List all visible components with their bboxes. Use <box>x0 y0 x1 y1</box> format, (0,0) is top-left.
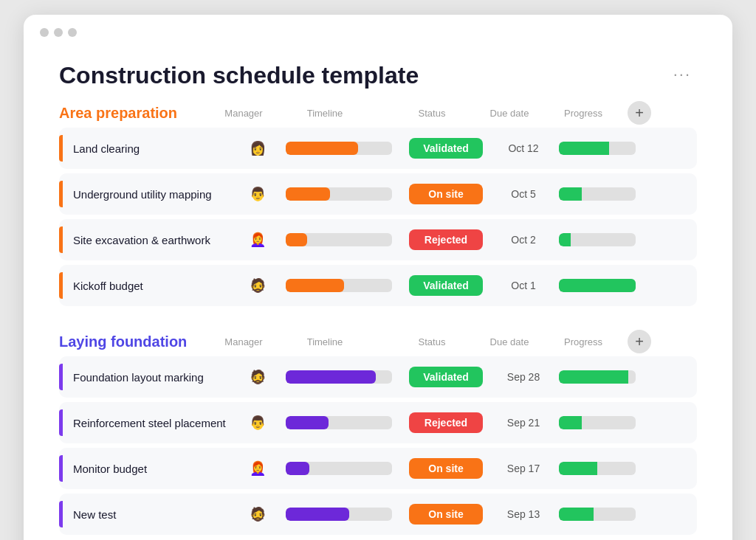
avatar: 👩 <box>245 136 270 161</box>
status-badge: Validated <box>409 367 483 387</box>
page-title: Construction schedule template <box>59 62 419 89</box>
section-header-laying-foundation: Laying foundationManagerTimelineStatusDu… <box>59 330 697 353</box>
task-manager: 👩‍🦰 <box>236 456 280 481</box>
task-manager: 🧔 <box>236 364 280 390</box>
avatar: 👨 <box>245 181 270 207</box>
col-header-status: Status <box>384 336 480 347</box>
add-task-button-area-preparation[interactable]: + <box>628 101 651 125</box>
task-name: New test <box>73 508 236 521</box>
window-dot-3 <box>68 28 77 37</box>
task-row: Foundation layout marking🧔ValidatedSep 2… <box>59 356 697 398</box>
section-area-preparation: Area preparationManagerTimelineStatusDue… <box>24 101 732 306</box>
app-window: Construction schedule template ··· Area … <box>24 15 732 540</box>
task-progress <box>553 370 642 384</box>
task-due-date: Oct 5 <box>494 188 553 200</box>
task-status-cell: Validated <box>398 275 494 296</box>
task-row: New test🧔On siteSep 13 <box>59 494 697 535</box>
task-timeline <box>280 279 398 292</box>
avatar: 👨 <box>245 410 270 435</box>
task-border-indicator <box>59 455 63 482</box>
col-header-duedate: Due date <box>480 336 539 347</box>
status-badge: On site <box>409 504 483 525</box>
more-options-button[interactable]: ··· <box>667 62 697 87</box>
task-progress <box>553 508 642 521</box>
col-header-manager: Manager <box>221 108 266 119</box>
task-timeline <box>280 142 398 155</box>
task-manager: 🧔 <box>236 502 280 527</box>
task-name: Land clearing <box>73 142 236 155</box>
task-manager: 👨 <box>236 181 280 207</box>
task-timeline <box>280 187 398 201</box>
avatar: 👩‍🦰 <box>245 227 270 252</box>
task-timeline <box>280 233 398 246</box>
avatar: 👩‍🦰 <box>245 456 270 481</box>
status-badge: Rejected <box>409 229 483 250</box>
window-dot-1 <box>40 28 49 37</box>
task-timeline <box>280 462 398 475</box>
task-timeline <box>280 508 398 521</box>
task-border-indicator <box>59 181 63 207</box>
task-row: Kickoff budget🧔ValidatedOct 1 <box>59 265 697 306</box>
task-due-date: Oct 2 <box>494 234 553 246</box>
task-status-cell: On site <box>398 458 494 479</box>
col-header-status: Status <box>384 108 480 119</box>
task-timeline <box>280 370 398 384</box>
task-progress <box>553 279 642 292</box>
section-laying-foundation: Laying foundationManagerTimelineStatusDu… <box>24 330 732 535</box>
section-header-area-preparation: Area preparationManagerTimelineStatusDue… <box>59 101 697 125</box>
task-row: Land clearing👩ValidatedOct 12 <box>59 128 697 169</box>
task-border-indicator <box>59 226 63 253</box>
task-name: Reinforcement steel placement <box>73 417 236 429</box>
task-due-date: Oct 1 <box>494 280 553 291</box>
col-header-progress: Progress <box>539 336 628 347</box>
task-progress <box>553 187 642 201</box>
task-due-date: Oct 12 <box>494 142 553 154</box>
task-row: Underground utility mapping👨On siteOct 5 <box>59 173 697 215</box>
status-badge: On site <box>409 184 483 204</box>
task-border-indicator <box>59 501 63 527</box>
section-title-area-preparation: Area preparation <box>59 105 221 122</box>
task-row: Site excavation & earthwork👩‍🦰RejectedOc… <box>59 219 697 260</box>
status-badge: Validated <box>409 275 483 296</box>
task-name: Foundation layout marking <box>73 371 236 384</box>
add-task-button-laying-foundation[interactable]: + <box>628 330 651 353</box>
window-dot-2 <box>54 28 63 37</box>
task-due-date: Sep 17 <box>494 463 553 474</box>
task-border-indicator <box>59 272 63 299</box>
window-bar <box>24 15 732 37</box>
avatar: 🧔 <box>245 502 270 527</box>
task-border-indicator <box>59 364 63 390</box>
task-status-cell: Rejected <box>398 412 494 433</box>
task-status-cell: Validated <box>398 138 494 159</box>
task-due-date: Sep 28 <box>494 371 553 383</box>
task-progress <box>553 462 642 475</box>
task-manager: 👩‍🦰 <box>236 227 280 252</box>
column-headers: ManagerTimelineStatusDue dateProgress+ <box>221 330 697 353</box>
status-badge: On site <box>409 458 483 479</box>
col-header-manager: Manager <box>221 336 266 347</box>
task-due-date: Sep 13 <box>494 508 553 520</box>
task-due-date: Sep 21 <box>494 417 553 429</box>
col-header-timeline: Timeline <box>266 336 384 347</box>
task-status-cell: Rejected <box>398 229 494 250</box>
task-manager: 👩 <box>236 136 280 161</box>
col-header-duedate: Due date <box>480 108 539 119</box>
column-headers: ManagerTimelineStatusDue dateProgress+ <box>221 101 697 125</box>
task-name: Site excavation & earthwork <box>73 234 236 246</box>
task-manager: 👨 <box>236 410 280 435</box>
task-status-cell: On site <box>398 184 494 204</box>
task-border-indicator <box>59 135 63 162</box>
status-badge: Validated <box>409 138 483 159</box>
col-header-progress: Progress <box>539 108 628 119</box>
task-name: Kickoff budget <box>73 280 236 292</box>
status-badge: Rejected <box>409 412 483 433</box>
avatar: 🧔 <box>245 273 270 298</box>
task-name: Underground utility mapping <box>73 188 236 201</box>
col-header-timeline: Timeline <box>266 108 384 119</box>
task-progress <box>553 233 642 246</box>
task-progress <box>553 142 642 155</box>
task-status-cell: Validated <box>398 367 494 387</box>
task-row: Monitor budget👩‍🦰On siteSep 17 <box>59 448 697 489</box>
task-name: Monitor budget <box>73 463 236 475</box>
task-manager: 🧔 <box>236 273 280 298</box>
